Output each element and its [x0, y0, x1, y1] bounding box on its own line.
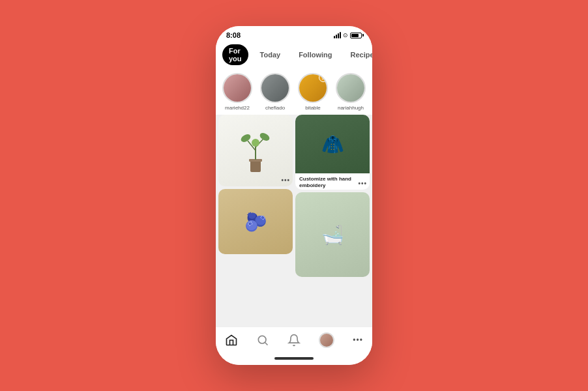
wifi-icon: ⊙ [343, 32, 348, 38]
svg-point-8 [258, 336, 266, 343]
story-avatar-bitable: 2 [298, 73, 328, 103]
bell-icon [287, 334, 301, 347]
home-icon [225, 334, 238, 347]
signal-icon [334, 32, 341, 38]
story-mariehd22[interactable]: mariehd22 [221, 73, 254, 111]
story-name-bitable: bitable [305, 105, 321, 111]
stories-row: mariehd22 cheflado 2 bitable nariahhugh [216, 69, 372, 115]
status-bar: 8:08 ⊙ [216, 26, 372, 42]
svg-point-7 [252, 139, 259, 147]
pin-plant[interactable]: ••• [218, 115, 293, 186]
search-icon [256, 334, 269, 347]
story-name-mariehd22: mariehd22 [225, 105, 250, 111]
status-icons: ⊙ [334, 32, 362, 38]
status-time: 8:08 [226, 31, 241, 39]
pin-food[interactable]: 🫐 [218, 189, 293, 254]
story-avatar-cheflado [260, 73, 290, 103]
nav-home[interactable] [225, 334, 238, 347]
nav-more[interactable]: ••• [353, 336, 363, 345]
home-indicator [274, 357, 314, 360]
phone-frame: 8:08 ⊙ For you Today Following Recipes m… [216, 26, 372, 365]
tab-following[interactable]: Following [292, 48, 338, 61]
tab-recipes[interactable]: Recipes [344, 48, 372, 61]
svg-point-5 [240, 133, 252, 144]
battery-icon [350, 33, 362, 38]
svg-point-6 [259, 132, 271, 143]
bottom-nav: ••• [216, 326, 372, 356]
plant-illustration [236, 124, 275, 177]
more-dots-icon: ••• [353, 336, 363, 345]
story-bitable[interactable]: 2 bitable [297, 73, 329, 111]
svg-rect-0 [250, 160, 261, 172]
pin-jacket[interactable]: 🧥 Customize with hand emboidery ••• [295, 115, 370, 190]
food-emoji: 🫐 [244, 211, 267, 233]
tab-for-you[interactable]: For you [222, 44, 248, 65]
masonry-grid: ••• 🫐 🧥 Customize with hand emboidery [216, 115, 372, 326]
nav-notifications[interactable] [287, 334, 301, 347]
bathroom-emoji: 🛁 [321, 224, 344, 246]
tab-today[interactable]: Today [254, 48, 287, 61]
pin-bathroom[interactable]: 🛁 [295, 192, 370, 277]
story-badge-bitable: 2 [319, 73, 328, 82]
content-area: ••• 🫐 🧥 Customize with hand emboidery [216, 115, 372, 326]
left-column: ••• 🫐 [218, 115, 293, 326]
right-column: 🧥 Customize with hand emboidery ••• 🛁 [295, 115, 370, 326]
story-nariahhugh[interactable]: nariahhugh [334, 73, 367, 111]
nav-profile-avatar[interactable] [319, 332, 334, 348]
story-cheflado[interactable]: cheflado [259, 73, 291, 111]
story-avatar-mariehd22 [222, 73, 252, 103]
story-name-cheflado: cheflado [265, 105, 285, 111]
story-name-nariahhugh: nariahhugh [338, 105, 364, 111]
pin-plant-more[interactable]: ••• [281, 177, 290, 184]
pin-jacket-more[interactable]: ••• [358, 180, 367, 187]
nav-search[interactable] [256, 334, 269, 347]
nav-tabs: For you Today Following Recipes [216, 42, 372, 69]
svg-line-9 [265, 343, 268, 345]
story-avatar-nariahhugh [336, 73, 366, 103]
jacket-emoji: 🧥 [321, 134, 344, 155]
